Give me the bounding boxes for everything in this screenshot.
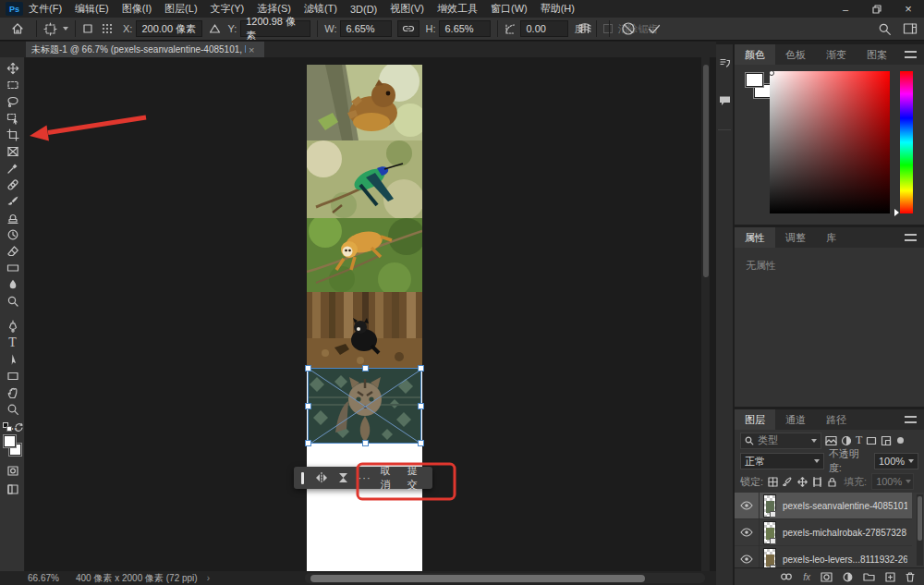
search-icon[interactable] — [878, 22, 892, 36]
link-dimensions-button[interactable] — [397, 20, 419, 37]
hand-tool[interactable] — [0, 384, 25, 401]
history-panel-icon[interactable] — [719, 57, 731, 69]
menu-image[interactable]: 图像(I) — [122, 2, 152, 16]
menu-layer[interactable]: 图层(L) — [164, 2, 197, 16]
y-value-field[interactable]: 1200.98 像素 — [240, 20, 310, 37]
layer-filter-kind-dropdown[interactable]: 类型 — [740, 433, 821, 449]
relative-position-toggle[interactable] — [209, 23, 221, 34]
status-info-chevron[interactable]: › — [207, 573, 210, 583]
reference-point-toggle[interactable] — [82, 23, 93, 34]
object-selection-tool[interactable] — [0, 110, 25, 127]
transform-handle-top-center[interactable] — [362, 365, 369, 372]
fill-dropdown[interactable]: 100% — [871, 473, 914, 490]
brush-tool[interactable] — [0, 193, 25, 210]
eraser-tool[interactable] — [0, 243, 25, 260]
tab-color[interactable]: 颜色 — [735, 44, 775, 65]
lock-position-icon[interactable] — [797, 477, 808, 487]
menu-edit[interactable]: 编辑(E) — [75, 2, 109, 16]
tab-patterns[interactable]: 图案 — [857, 44, 897, 65]
shape-tool[interactable] — [0, 368, 25, 384]
warp-mode-button[interactable] — [578, 22, 592, 35]
document-tab-close-icon[interactable]: × — [249, 44, 254, 55]
blur-tool[interactable] — [0, 276, 25, 293]
add-adjustment-layer-icon[interactable] — [843, 572, 853, 582]
transform-handle-bottom-center[interactable] — [362, 440, 369, 446]
transform-handle-top-right[interactable] — [418, 365, 424, 372]
layer-row-3[interactable]: pexels-leo-levers...8111932-26919542 — [735, 546, 912, 567]
restore-button[interactable] — [861, 5, 893, 14]
tab-libraries[interactable]: 库 — [816, 227, 846, 248]
lock-paint-icon[interactable] — [783, 477, 793, 487]
rotate-icon[interactable] — [337, 472, 349, 483]
new-layer-icon[interactable] — [885, 572, 895, 582]
transform-bounding-box[interactable] — [308, 368, 421, 444]
layer-2-thumbnail[interactable] — [763, 521, 776, 544]
menu-view[interactable]: 视图(V) — [390, 2, 424, 16]
new-group-folder-icon[interactable] — [863, 572, 875, 581]
quick-mask-button[interactable] — [0, 462, 25, 479]
layer-3-thumbnail[interactable] — [763, 548, 776, 567]
status-doc-info[interactable]: 400 像素 x 2000 像素 (72 ppi) — [76, 572, 198, 585]
menu-plugins[interactable]: 增效工具 — [437, 2, 478, 16]
tab-gradients[interactable]: 渐变 — [816, 44, 857, 65]
history-brush-tool[interactable] — [0, 226, 25, 243]
eyedropper-tool[interactable] — [0, 160, 25, 177]
filter-adjustment-layers-icon[interactable] — [841, 435, 852, 446]
filter-toggle-dot[interactable] — [897, 437, 904, 444]
canvas-area[interactable]: ··· 取消 提交 — [26, 57, 710, 571]
clone-stamp-tool[interactable] — [0, 210, 25, 226]
tab-layers[interactable]: 图层 — [735, 409, 775, 430]
dodge-tool[interactable] — [0, 293, 25, 310]
menu-3d[interactable]: 3D(D) — [350, 4, 377, 15]
opacity-dropdown[interactable]: 100% — [874, 453, 918, 469]
w-value-field[interactable]: 6.65% — [340, 20, 392, 37]
angle-value-field[interactable]: 0.00 — [520, 20, 568, 37]
foreground-color-swatch[interactable] — [3, 434, 17, 448]
add-layer-mask-icon[interactable] — [821, 572, 833, 582]
transform-handle-mid-left[interactable] — [305, 403, 311, 409]
layer-1-visibility-eye-icon[interactable] — [740, 501, 753, 510]
touch-bar-more-icon[interactable]: ··· — [359, 472, 371, 483]
reference-point-grid-icon[interactable] — [101, 22, 114, 35]
status-zoom-field[interactable]: 66.67% — [28, 573, 59, 583]
tab-properties[interactable]: 属性 — [735, 227, 775, 248]
transform-handle-bottom-left[interactable] — [305, 440, 311, 446]
color-field-marker[interactable] — [769, 70, 774, 76]
frame-tool[interactable] — [0, 143, 25, 160]
layer-1-thumbnail[interactable] — [763, 494, 776, 518]
lock-all-icon[interactable] — [827, 477, 837, 487]
color-field[interactable] — [770, 71, 890, 213]
link-layers-icon[interactable] — [780, 573, 793, 580]
menu-select[interactable]: 选择(S) — [257, 2, 291, 16]
layers-panel-menu-icon[interactable] — [905, 416, 917, 423]
layer-list-scrollbar[interactable] — [917, 494, 923, 566]
commit-transform-button[interactable] — [647, 21, 662, 36]
path-selection-tool[interactable] — [0, 351, 25, 368]
crop-tool[interactable] — [0, 127, 25, 143]
transform-handle-top-left[interactable] — [305, 365, 311, 372]
transform-handle-mid-right[interactable] — [418, 403, 424, 409]
color-foreground-swatch[interactable] — [746, 73, 763, 87]
menu-help[interactable]: 帮助(H) — [541, 2, 575, 16]
tab-adjustments[interactable]: 调整 — [775, 227, 816, 248]
close-button[interactable]: × — [893, 2, 924, 16]
layer-2-visibility-eye-icon[interactable] — [740, 528, 753, 537]
lock-transparent-icon[interactable] — [768, 477, 778, 487]
menu-type[interactable]: 文字(Y) — [211, 2, 245, 16]
gradient-tool[interactable] — [0, 260, 25, 276]
healing-brush-tool[interactable] — [0, 177, 25, 193]
canvas-horizontal-scrollbar[interactable] — [305, 573, 705, 583]
transform-presets-chevron[interactable] — [63, 27, 68, 30]
x-value-field[interactable]: 200.00 像素 — [136, 20, 202, 37]
filter-pixel-layers-icon[interactable] — [825, 435, 837, 446]
filter-shape-layers-icon[interactable] — [866, 435, 877, 446]
screen-mode-button[interactable] — [0, 481, 25, 497]
workspace-switcher-icon[interactable] — [903, 22, 918, 35]
menu-file[interactable]: 文件(F) — [29, 2, 62, 16]
layer-row-2[interactable]: pexels-michalrobak-27857328 — [735, 519, 912, 546]
marquee-tool[interactable] — [0, 77, 25, 93]
pen-tool[interactable] — [0, 318, 25, 335]
minimize-button[interactable]: – — [830, 4, 861, 15]
filter-type-layers-icon[interactable]: T — [856, 433, 862, 447]
menu-filter[interactable]: 滤镜(T) — [304, 2, 337, 16]
